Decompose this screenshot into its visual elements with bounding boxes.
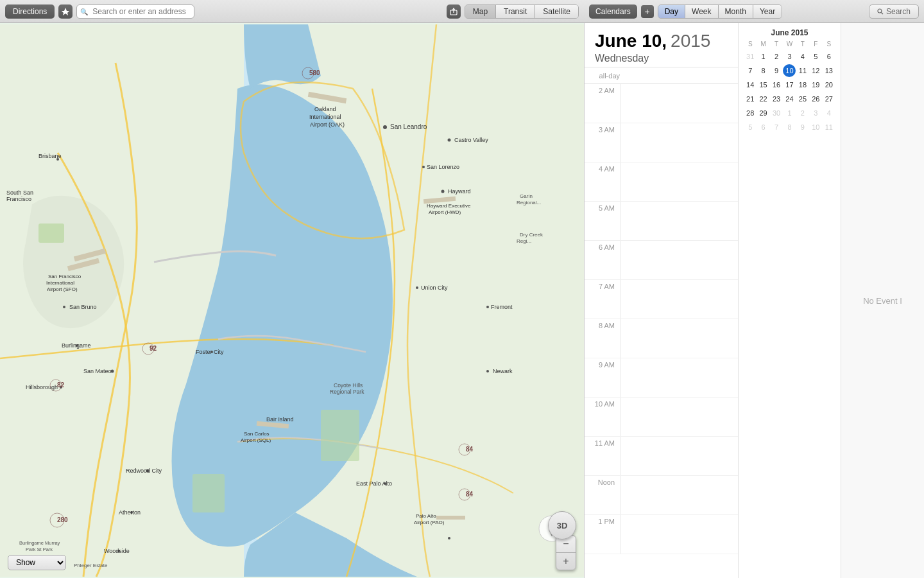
map-view-transit-button[interactable]: Transit xyxy=(496,5,535,18)
mini-cal-day[interactable]: 27 xyxy=(823,92,835,105)
mini-cal-dow-cell: W xyxy=(783,40,796,48)
mini-cal-day[interactable]: 6 xyxy=(823,50,835,63)
directions-button[interactable]: Directions xyxy=(5,4,55,19)
mini-cal-day[interactable]: 30 xyxy=(770,107,783,119)
add-calendar-button[interactable]: + xyxy=(641,5,654,18)
map-search-input[interactable] xyxy=(76,4,194,19)
cal-view-day-button[interactable]: Day xyxy=(658,5,685,18)
svg-text:International: International xyxy=(46,280,74,286)
mini-cal-day[interactable]: 13 xyxy=(823,64,835,77)
mini-cal-day[interactable]: 2 xyxy=(796,107,809,119)
mini-cal-day[interactable]: 1 xyxy=(757,50,770,63)
mini-cal-day[interactable]: 16 xyxy=(770,78,783,91)
svg-text:Garín: Garín xyxy=(520,193,533,199)
mini-cal-day[interactable]: 1 xyxy=(783,107,796,119)
svg-text:Fremont: Fremont xyxy=(491,304,513,310)
mini-cal-day[interactable]: 15 xyxy=(757,78,770,91)
mini-cal-day[interactable]: 5 xyxy=(744,121,757,134)
mini-cal-day[interactable]: 21 xyxy=(744,92,757,105)
mini-cal-day[interactable]: 2 xyxy=(770,50,783,63)
mini-cal-day[interactable]: 4 xyxy=(796,50,809,63)
time-row[interactable]: 5 AM xyxy=(585,202,738,241)
svg-text:Airport (OAK): Airport (OAK) xyxy=(310,121,345,128)
time-label: 2 AM xyxy=(585,84,620,94)
cal-view-month-button[interactable]: Month xyxy=(719,5,753,18)
mini-cal-day[interactable]: 7 xyxy=(770,121,783,134)
mini-cal-day[interactable]: 28 xyxy=(744,107,757,119)
time-row[interactable]: 2 AM xyxy=(585,84,738,123)
mini-cal-day[interactable]: 31 xyxy=(744,50,757,63)
time-row[interactable]: 6 AM xyxy=(585,241,738,280)
mini-cal-day[interactable]: 23 xyxy=(770,92,783,105)
mini-cal-header: June 2015 xyxy=(744,28,835,37)
time-row[interactable]: 9 AM xyxy=(585,358,738,398)
mini-cal-day[interactable]: 4 xyxy=(823,107,835,119)
time-row[interactable]: 8 AM xyxy=(585,319,738,358)
mini-cal-day[interactable]: 25 xyxy=(796,92,809,105)
mini-cal-day[interactable]: 9 xyxy=(770,64,783,77)
time-label: 4 AM xyxy=(585,162,620,173)
mini-cal-day[interactable]: 3 xyxy=(783,50,796,63)
mini-cal-week-row: 31123456 xyxy=(744,49,835,64)
calendar-search-button[interactable]: Search xyxy=(869,4,919,19)
mini-cal-day[interactable]: 5 xyxy=(809,50,822,63)
all-day-row: all-day xyxy=(585,67,738,84)
svg-text:Regional Park: Regional Park xyxy=(330,389,364,395)
calendars-button[interactable]: Calendars xyxy=(589,4,637,19)
mini-cal-weeks: 3112345678910111213141516171819202122232… xyxy=(744,49,835,134)
time-content xyxy=(620,162,738,201)
share-button[interactable] xyxy=(447,4,461,19)
mini-cal-day[interactable]: 11 xyxy=(796,64,809,77)
mini-cal-day[interactable]: 22 xyxy=(757,92,770,105)
mini-cal-day[interactable]: 8 xyxy=(757,64,770,77)
map-search-wrap xyxy=(76,4,442,19)
time-content xyxy=(620,280,738,319)
mini-cal-day[interactable]: 3 xyxy=(809,107,822,119)
cal-view-year-button[interactable]: Year xyxy=(753,5,782,18)
time-scroll[interactable]: 2 AM3 AM4 AM5 AM6 AM7 AM8 AM9 AM10 AM11 … xyxy=(585,84,738,578)
time-label: 9 AM xyxy=(585,358,620,369)
map-3d-button[interactable]: 3D xyxy=(548,511,576,539)
map-view-satellite-button[interactable]: Satellite xyxy=(535,5,578,18)
time-row[interactable]: 10 AM xyxy=(585,398,738,437)
svg-text:San Lorenzo: San Lorenzo xyxy=(427,164,459,170)
mini-cal-day[interactable]: 8 xyxy=(783,121,796,134)
mini-cal-day[interactable]: 10 xyxy=(783,64,796,77)
svg-text:San Mateo: San Mateo xyxy=(83,368,112,374)
mini-cal-day[interactable]: 9 xyxy=(796,121,809,134)
map-zoom-in-button[interactable]: + xyxy=(556,553,576,570)
svg-point-35 xyxy=(63,306,65,308)
mini-cal-day[interactable]: 17 xyxy=(783,78,796,91)
mini-cal-day[interactable]: 6 xyxy=(757,121,770,134)
mini-cal-day[interactable]: 26 xyxy=(809,92,822,105)
mini-cal-day[interactable]: 20 xyxy=(823,78,835,91)
map-area[interactable]: San Leandro Castro Valley Oakland Intern… xyxy=(0,23,584,578)
time-row[interactable]: 11 AM xyxy=(585,437,738,476)
mini-cal-day[interactable]: 10 xyxy=(809,121,822,134)
time-row[interactable]: Noon xyxy=(585,476,738,515)
mini-cal-day[interactable]: 12 xyxy=(809,64,822,77)
mini-cal-day[interactable]: 29 xyxy=(757,107,770,119)
svg-text:Redwood City: Redwood City xyxy=(126,468,162,474)
time-row[interactable]: 7 AM xyxy=(585,280,738,319)
mini-cal-day[interactable]: 14 xyxy=(744,78,757,91)
svg-text:Airport (SQL): Airport (SQL) xyxy=(241,437,271,443)
mini-cal-day[interactable]: 11 xyxy=(823,121,835,134)
location-icon[interactable] xyxy=(58,4,73,19)
map-view-map-button[interactable]: Map xyxy=(465,5,496,18)
time-row[interactable]: 4 AM xyxy=(585,162,738,202)
svg-point-26 xyxy=(422,166,425,168)
mini-cal-day[interactable]: 19 xyxy=(809,78,822,91)
mini-cal-dow: SMTWTFS xyxy=(744,40,835,48)
time-row[interactable]: 3 AM xyxy=(585,123,738,162)
mini-cal-day[interactable]: 24 xyxy=(783,92,796,105)
mini-cal-day[interactable]: 7 xyxy=(744,64,757,77)
map-show-select[interactable]: Show Traffic Transit Satellite xyxy=(8,555,66,570)
svg-point-51 xyxy=(486,370,489,372)
mini-cal-day[interactable]: 18 xyxy=(796,78,809,91)
cal-view-week-button[interactable]: Week xyxy=(685,5,718,18)
svg-text:South San: South San xyxy=(6,189,33,196)
svg-point-47 xyxy=(486,306,489,308)
mini-cal-dow-cell: M xyxy=(757,40,769,48)
time-row[interactable]: 1 PM xyxy=(585,515,738,554)
